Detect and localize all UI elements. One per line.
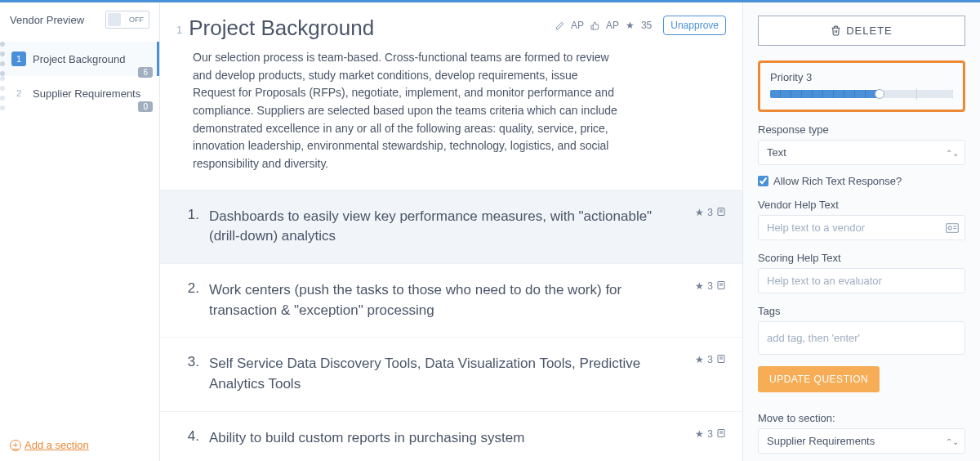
question-meta: ★ 3 bbox=[695, 280, 726, 320]
section-list: 1 Project Background 6 2 Supplier Requir… bbox=[0, 37, 159, 429]
edit-icon[interactable] bbox=[555, 21, 564, 30]
question-meta: ★ 3 bbox=[695, 207, 726, 247]
question-meta: ★ 3 bbox=[695, 354, 726, 394]
right-panel: DELETE Priority 3 Response type Text ⌃⌄ … bbox=[743, 2, 980, 461]
add-section-label: Add a section bbox=[24, 439, 89, 451]
tags-input[interactable] bbox=[758, 321, 965, 355]
section-num: 2 bbox=[11, 86, 26, 101]
unapprove-button[interactable]: Unapprove bbox=[663, 16, 726, 35]
question-num: 2. bbox=[176, 280, 209, 320]
question-priority: 3 bbox=[707, 280, 713, 292]
move-section-select[interactable]: Supplier Requirements bbox=[758, 428, 965, 454]
plus-circle-icon: + bbox=[10, 440, 21, 451]
scoring-help-label: Scoring Help Text bbox=[758, 252, 965, 264]
vendor-preview-toggle[interactable]: OFF bbox=[105, 11, 149, 29]
scoring-help-input[interactable] bbox=[758, 268, 965, 293]
question-meta: ★ 3 bbox=[695, 428, 726, 449]
star-icon: ★ bbox=[695, 207, 704, 218]
move-section: Move to section: Supplier Requirements ⌃… bbox=[758, 412, 965, 461]
section-title: Project Background bbox=[189, 16, 555, 41]
question-row[interactable]: 3. Self Service Data Discovery Tools, Da… bbox=[160, 337, 742, 410]
question-text: Work centers (push the tasks to those wh… bbox=[209, 280, 695, 320]
question-row[interactable]: 4. Ability to build custom reports in pu… bbox=[160, 411, 742, 461]
tags-label: Tags bbox=[758, 305, 965, 317]
ap-badge-2: AP bbox=[606, 20, 619, 31]
allow-rich-text-label: Allow Rich Text Response? bbox=[773, 175, 902, 187]
section-name: Supplier Requirements bbox=[33, 87, 151, 100]
allow-rich-text-row: Allow Rich Text Response? bbox=[758, 175, 965, 187]
star-icon: ★ bbox=[695, 354, 704, 365]
section-meta: AP AP ★ 35 Unapprove bbox=[555, 16, 726, 35]
vendor-preview-label: Vendor Preview bbox=[10, 14, 84, 26]
delete-button[interactable]: DELETE bbox=[758, 16, 965, 46]
ap-badge-1: AP bbox=[571, 20, 584, 31]
question-priority: 3 bbox=[707, 354, 713, 365]
question-text: Dashboards to easily view key performanc… bbox=[209, 207, 695, 247]
section-num: 1 bbox=[11, 51, 26, 66]
note-icon[interactable] bbox=[716, 207, 726, 217]
note-icon[interactable] bbox=[716, 354, 726, 364]
section-description: Our selection process is team-based. Cro… bbox=[193, 49, 617, 173]
question-row[interactable]: 1. Dashboards to easily view key perform… bbox=[160, 190, 742, 263]
response-type-select[interactable]: Text bbox=[758, 140, 965, 165]
priority-label: Priority 3 bbox=[770, 71, 953, 83]
sidebar: Vendor Preview OFF 1 Project Background … bbox=[0, 2, 160, 461]
question-num: 1. bbox=[176, 207, 209, 247]
sidebar-item-supplier-requirements[interactable]: 2 Supplier Requirements 0 bbox=[0, 76, 159, 110]
question-priority: 3 bbox=[707, 428, 713, 440]
question-num: 4. bbox=[176, 428, 209, 449]
vendor-help-label: Vendor Help Text bbox=[758, 199, 965, 211]
priority-box: Priority 3 bbox=[758, 60, 965, 112]
note-icon[interactable] bbox=[716, 280, 726, 290]
delete-label: DELETE bbox=[846, 25, 893, 37]
question-num: 3. bbox=[176, 354, 209, 394]
svg-point-13 bbox=[948, 226, 951, 230]
scoring-help-field: Scoring Help Text bbox=[758, 252, 965, 293]
section-name: Project Background bbox=[33, 53, 151, 65]
section-title-num: 1 bbox=[176, 24, 182, 36]
section-header: 1 Project Background AP AP ★ 35 Unapprov… bbox=[160, 2, 742, 190]
trash-icon bbox=[831, 25, 841, 36]
star-count: 35 bbox=[641, 20, 652, 31]
move-label: Move to section: bbox=[758, 412, 965, 424]
add-section-link[interactable]: + Add a section bbox=[0, 429, 159, 461]
star-icon: ★ bbox=[695, 280, 704, 292]
section-count: 0 bbox=[138, 101, 153, 112]
sidebar-item-project-background[interactable]: 1 Project Background 6 bbox=[0, 42, 159, 76]
allow-rich-text-checkbox[interactable] bbox=[758, 176, 768, 186]
slider-thumb[interactable] bbox=[875, 89, 884, 99]
vendor-preview-row: Vendor Preview OFF bbox=[0, 2, 159, 37]
question-text: Self Service Data Discovery Tools, Data … bbox=[209, 354, 695, 394]
id-card-icon[interactable] bbox=[946, 223, 959, 233]
toggle-state: OFF bbox=[129, 16, 144, 24]
question-priority: 3 bbox=[707, 207, 713, 218]
priority-slider[interactable] bbox=[770, 90, 953, 98]
response-type-field: Response type Text ⌃⌄ bbox=[758, 123, 965, 165]
tags-field: Tags bbox=[758, 305, 965, 355]
main-content: 1 Project Background AP AP ★ 35 Unapprov… bbox=[160, 2, 743, 461]
star-icon: ★ bbox=[626, 20, 635, 31]
vendor-help-field: Vendor Help Text bbox=[758, 199, 965, 240]
star-icon: ★ bbox=[695, 428, 704, 440]
update-question-button[interactable]: UPDATE QUESTION bbox=[758, 366, 880, 392]
question-text: Ability to build custom reports in purch… bbox=[209, 428, 695, 449]
thumbs-up-icon[interactable] bbox=[590, 21, 599, 30]
vendor-help-input[interactable] bbox=[758, 215, 965, 240]
question-row[interactable]: 2. Work centers (push the tasks to those… bbox=[160, 263, 742, 337]
response-type-label: Response type bbox=[758, 123, 965, 136]
note-icon[interactable] bbox=[716, 428, 726, 438]
